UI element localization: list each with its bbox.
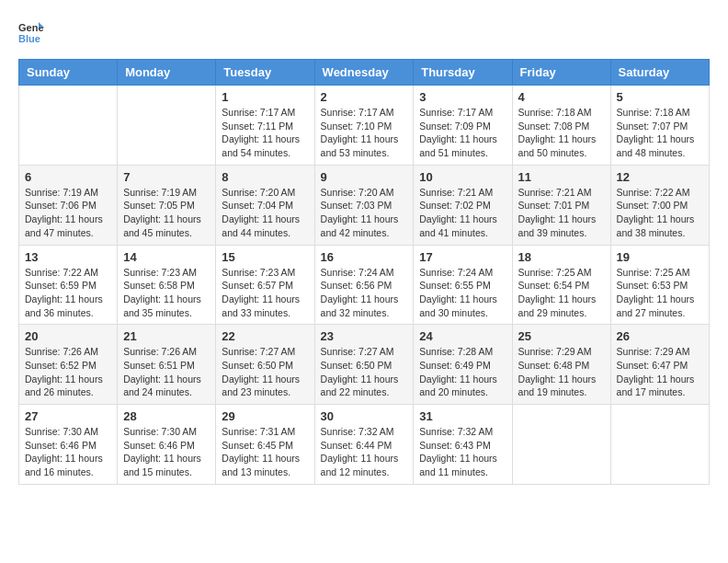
- calendar-cell: 8Sunrise: 7:20 AM Sunset: 7:04 PM Daylig…: [216, 165, 314, 245]
- weekday-header: Sunday: [19, 60, 118, 86]
- day-number: 29: [222, 409, 308, 423]
- calendar-cell: 23Sunrise: 7:27 AM Sunset: 6:50 PM Dayli…: [314, 325, 414, 405]
- day-detail: Sunrise: 7:24 AM Sunset: 6:56 PM Dayligh…: [321, 266, 408, 320]
- calendar-week-row: 1Sunrise: 7:17 AM Sunset: 7:11 PM Daylig…: [19, 86, 710, 166]
- calendar-cell: 22Sunrise: 7:27 AM Sunset: 6:50 PM Dayli…: [216, 325, 314, 405]
- calendar-cell: 11Sunrise: 7:21 AM Sunset: 7:01 PM Dayli…: [512, 165, 610, 245]
- calendar-cell: 9Sunrise: 7:20 AM Sunset: 7:03 PM Daylig…: [314, 165, 414, 245]
- calendar-cell: 3Sunrise: 7:17 AM Sunset: 7:09 PM Daylig…: [414, 86, 512, 166]
- day-number: 25: [518, 329, 605, 343]
- day-number: 19: [617, 250, 703, 264]
- day-number: 12: [617, 170, 703, 184]
- calendar-cell: 5Sunrise: 7:18 AM Sunset: 7:07 PM Daylig…: [610, 86, 709, 166]
- calendar-cell: 28Sunrise: 7:30 AM Sunset: 6:46 PM Dayli…: [118, 405, 216, 485]
- calendar-cell: 21Sunrise: 7:26 AM Sunset: 6:51 PM Dayli…: [118, 325, 216, 405]
- day-number: 11: [518, 170, 605, 184]
- calendar-cell: 7Sunrise: 7:19 AM Sunset: 7:05 PM Daylig…: [118, 165, 216, 245]
- day-detail: Sunrise: 7:29 AM Sunset: 6:48 PM Dayligh…: [518, 345, 605, 399]
- day-number: 8: [222, 170, 308, 184]
- day-detail: Sunrise: 7:22 AM Sunset: 6:59 PM Dayligh…: [25, 266, 111, 320]
- day-number: 17: [419, 250, 506, 264]
- calendar-cell: 18Sunrise: 7:25 AM Sunset: 6:54 PM Dayli…: [512, 245, 610, 325]
- day-number: 28: [123, 409, 210, 423]
- day-number: 5: [617, 90, 703, 104]
- day-detail: Sunrise: 7:19 AM Sunset: 7:05 PM Dayligh…: [123, 186, 210, 240]
- day-detail: Sunrise: 7:26 AM Sunset: 6:51 PM Dayligh…: [123, 345, 210, 399]
- day-number: 16: [321, 250, 408, 264]
- day-number: 26: [617, 329, 703, 343]
- calendar-cell: 2Sunrise: 7:17 AM Sunset: 7:10 PM Daylig…: [314, 86, 414, 166]
- calendar-cell: 15Sunrise: 7:23 AM Sunset: 6:57 PM Dayli…: [216, 245, 314, 325]
- calendar-cell: [19, 86, 118, 166]
- day-detail: Sunrise: 7:21 AM Sunset: 7:01 PM Dayligh…: [518, 186, 605, 240]
- day-detail: Sunrise: 7:25 AM Sunset: 6:54 PM Dayligh…: [518, 266, 605, 320]
- calendar-cell: 26Sunrise: 7:29 AM Sunset: 6:47 PM Dayli…: [610, 325, 709, 405]
- calendar-header-row: SundayMondayTuesdayWednesdayThursdayFrid…: [19, 60, 710, 86]
- day-detail: Sunrise: 7:17 AM Sunset: 7:10 PM Dayligh…: [321, 106, 408, 160]
- calendar-cell: 31Sunrise: 7:32 AM Sunset: 6:43 PM Dayli…: [414, 405, 512, 485]
- day-detail: Sunrise: 7:20 AM Sunset: 7:03 PM Dayligh…: [321, 186, 408, 240]
- calendar-week-row: 6Sunrise: 7:19 AM Sunset: 7:06 PM Daylig…: [19, 165, 710, 245]
- calendar-cell: 24Sunrise: 7:28 AM Sunset: 6:49 PM Dayli…: [414, 325, 512, 405]
- day-number: 14: [123, 250, 210, 264]
- day-detail: Sunrise: 7:20 AM Sunset: 7:04 PM Dayligh…: [222, 186, 308, 240]
- calendar-cell: 1Sunrise: 7:17 AM Sunset: 7:11 PM Daylig…: [216, 86, 314, 166]
- day-number: 20: [25, 329, 111, 343]
- day-number: 10: [419, 170, 506, 184]
- day-number: 27: [25, 409, 111, 423]
- day-detail: Sunrise: 7:18 AM Sunset: 7:07 PM Dayligh…: [617, 106, 703, 160]
- calendar-cell: 13Sunrise: 7:22 AM Sunset: 6:59 PM Dayli…: [19, 245, 118, 325]
- calendar-cell: [118, 86, 216, 166]
- day-detail: Sunrise: 7:19 AM Sunset: 7:06 PM Dayligh…: [25, 186, 111, 240]
- calendar-cell: 12Sunrise: 7:22 AM Sunset: 7:00 PM Dayli…: [610, 165, 709, 245]
- calendar-cell: 10Sunrise: 7:21 AM Sunset: 7:02 PM Dayli…: [414, 165, 512, 245]
- calendar-cell: 25Sunrise: 7:29 AM Sunset: 6:48 PM Dayli…: [512, 325, 610, 405]
- day-detail: Sunrise: 7:24 AM Sunset: 6:55 PM Dayligh…: [419, 266, 506, 320]
- calendar-cell: 16Sunrise: 7:24 AM Sunset: 6:56 PM Dayli…: [314, 245, 414, 325]
- calendar-cell: 4Sunrise: 7:18 AM Sunset: 7:08 PM Daylig…: [512, 86, 610, 166]
- calendar-cell: 17Sunrise: 7:24 AM Sunset: 6:55 PM Dayli…: [414, 245, 512, 325]
- calendar-week-row: 13Sunrise: 7:22 AM Sunset: 6:59 PM Dayli…: [19, 245, 710, 325]
- calendar-cell: 30Sunrise: 7:32 AM Sunset: 6:44 PM Dayli…: [314, 405, 414, 485]
- day-number: 13: [25, 250, 111, 264]
- day-detail: Sunrise: 7:28 AM Sunset: 6:49 PM Dayligh…: [419, 345, 506, 399]
- calendar-cell: [512, 405, 610, 485]
- day-detail: Sunrise: 7:29 AM Sunset: 6:47 PM Dayligh…: [617, 345, 703, 399]
- day-detail: Sunrise: 7:32 AM Sunset: 6:43 PM Dayligh…: [419, 425, 506, 479]
- day-detail: Sunrise: 7:30 AM Sunset: 6:46 PM Dayligh…: [123, 425, 210, 479]
- day-number: 1: [222, 90, 308, 104]
- calendar-week-row: 27Sunrise: 7:30 AM Sunset: 6:46 PM Dayli…: [19, 405, 710, 485]
- day-detail: Sunrise: 7:21 AM Sunset: 7:02 PM Dayligh…: [419, 186, 506, 240]
- day-number: 4: [518, 90, 605, 104]
- day-number: 21: [123, 329, 210, 343]
- day-detail: Sunrise: 7:17 AM Sunset: 7:11 PM Dayligh…: [222, 106, 308, 160]
- day-detail: Sunrise: 7:26 AM Sunset: 6:52 PM Dayligh…: [25, 345, 111, 399]
- day-number: 23: [321, 329, 408, 343]
- day-detail: Sunrise: 7:32 AM Sunset: 6:44 PM Dayligh…: [321, 425, 408, 479]
- day-number: 15: [222, 250, 308, 264]
- day-detail: Sunrise: 7:22 AM Sunset: 7:00 PM Dayligh…: [617, 186, 703, 240]
- weekday-header: Monday: [118, 60, 216, 86]
- logo: General Blue: [18, 18, 48, 44]
- day-detail: Sunrise: 7:25 AM Sunset: 6:53 PM Dayligh…: [617, 266, 703, 320]
- calendar-cell: 6Sunrise: 7:19 AM Sunset: 7:06 PM Daylig…: [19, 165, 118, 245]
- day-number: 30: [321, 409, 408, 423]
- calendar-body: 1Sunrise: 7:17 AM Sunset: 7:11 PM Daylig…: [19, 86, 710, 485]
- weekday-header: Tuesday: [216, 60, 314, 86]
- calendar-cell: [610, 405, 709, 485]
- day-number: 6: [25, 170, 111, 184]
- calendar-cell: 14Sunrise: 7:23 AM Sunset: 6:58 PM Dayli…: [118, 245, 216, 325]
- day-detail: Sunrise: 7:18 AM Sunset: 7:08 PM Dayligh…: [518, 106, 605, 160]
- day-detail: Sunrise: 7:17 AM Sunset: 7:09 PM Dayligh…: [419, 106, 506, 160]
- day-detail: Sunrise: 7:23 AM Sunset: 6:57 PM Dayligh…: [222, 266, 308, 320]
- day-detail: Sunrise: 7:31 AM Sunset: 6:45 PM Dayligh…: [222, 425, 308, 479]
- day-number: 3: [419, 90, 506, 104]
- day-detail: Sunrise: 7:23 AM Sunset: 6:58 PM Dayligh…: [123, 266, 210, 320]
- day-detail: Sunrise: 7:27 AM Sunset: 6:50 PM Dayligh…: [321, 345, 408, 399]
- day-number: 18: [518, 250, 605, 264]
- day-number: 22: [222, 329, 308, 343]
- weekday-header: Thursday: [414, 60, 512, 86]
- day-number: 24: [419, 329, 506, 343]
- day-number: 2: [321, 90, 408, 104]
- calendar-cell: 27Sunrise: 7:30 AM Sunset: 6:46 PM Dayli…: [19, 405, 118, 485]
